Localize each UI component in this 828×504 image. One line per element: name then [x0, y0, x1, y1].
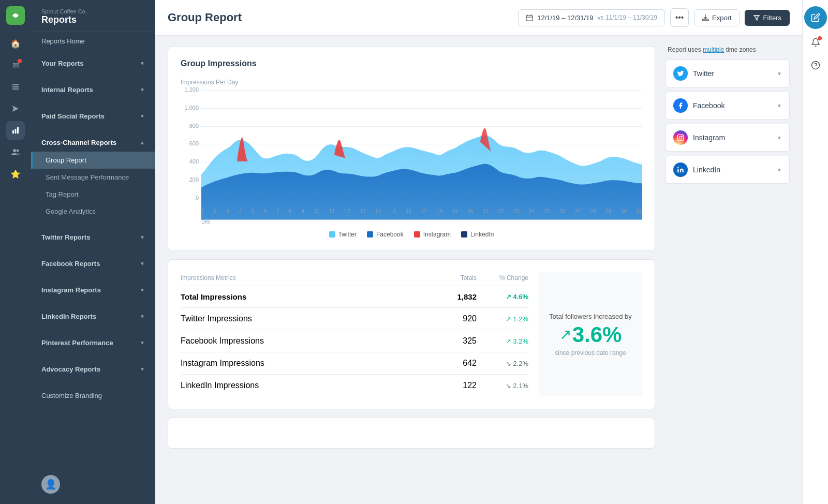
sidebar-section-header-advocacy[interactable]: Advocacy Reports ▼ — [31, 360, 155, 378]
legend-color-linkedin — [461, 231, 467, 238]
follower-since: since previous date range — [555, 349, 626, 357]
impressions-chart — [201, 90, 642, 220]
table-row-facebook: Facebook Impressions 325 ↗ 3.2% — [181, 330, 528, 352]
more-options-button[interactable]: ••• — [670, 8, 689, 27]
help-button[interactable] — [806, 56, 825, 75]
platform-item-instagram[interactable]: Instagram ▼ — [666, 124, 790, 152]
nav-icon-tasks[interactable] — [6, 78, 25, 96]
svg-point-15 — [682, 136, 683, 136]
edit-button[interactable] — [804, 6, 827, 29]
chevron-down-icon: ▼ — [140, 287, 145, 293]
chevron-up-icon: ▲ — [140, 140, 145, 145]
platform-name-twitter: Twitter — [693, 69, 714, 78]
sidebar: Sprout Coffee Co. Reports Reports Home Y… — [31, 0, 155, 504]
sidebar-section-header-facebook[interactable]: Facebook Reports ▼ — [31, 255, 155, 273]
nav-icon-star[interactable]: ⭐ — [6, 165, 25, 183]
svg-rect-5 — [17, 127, 19, 134]
nav-rail: 🏠 ✉ ⭐ — [0, 0, 31, 504]
export-button[interactable]: Export — [694, 9, 740, 26]
table-row-total: Total Impressions 1,832 ↗ 4.6% — [181, 286, 528, 307]
sidebar-item-tag-report[interactable]: Tag Report — [31, 186, 155, 203]
chart-legend: Twitter Facebook Instagram LinkedIn — [181, 231, 642, 238]
nav-icon-home[interactable]: 🏠 — [6, 34, 25, 53]
nav-icon-reports[interactable] — [6, 121, 25, 140]
date-range-button[interactable]: 12/1/19 – 12/31/19 vs 11/1/19 – 11/30/19 — [518, 9, 665, 26]
date-range-value: 12/1/19 – 12/31/19 — [537, 14, 593, 22]
follower-label: Total followers increased by — [549, 313, 632, 320]
platform-left-facebook: Facebook — [673, 98, 724, 113]
nav-icon-users[interactable] — [6, 143, 25, 161]
sidebar-section-header-twitter[interactable]: Twitter Reports ▼ — [31, 228, 155, 246]
nav-icon-send[interactable] — [6, 99, 25, 118]
avatar[interactable]: 👤 — [41, 475, 60, 494]
platform-item-twitter[interactable]: Twitter ▼ — [666, 60, 790, 87]
sidebar-section-linkedin: LinkedIn Reports ▼ — [31, 303, 155, 330]
chevron-down-icon: ▼ — [777, 135, 782, 141]
sidebar-section-header-instagram[interactable]: Instagram Reports ▼ — [31, 281, 155, 299]
sidebar-section-header-internal-reports[interactable]: Internal Reports ▼ — [31, 81, 155, 99]
platform-name-linkedin: LinkedIn — [693, 166, 720, 174]
filters-icon — [753, 14, 760, 21]
timezone-link[interactable]: multiple — [703, 46, 724, 53]
x-axis: 1 2 3 4 5 6 7 8 9 10 11 12 13 — [201, 209, 642, 214]
sidebar-item-group-report[interactable]: Group Report — [31, 152, 155, 169]
svg-point-7 — [17, 150, 19, 152]
platform-item-facebook[interactable]: Facebook ▼ — [666, 92, 790, 120]
sidebar-item-google-analytics[interactable]: Google Analytics — [31, 203, 155, 220]
svg-rect-0 — [12, 84, 19, 85]
follower-value-display: ↗ 3.6% — [559, 322, 622, 347]
content-area: Group Impressions Impressions Per Day 1,… — [155, 36, 802, 459]
platform-name-facebook: Facebook — [693, 101, 724, 110]
chevron-down-icon: ▼ — [140, 61, 145, 66]
sidebar-section-advocacy: Advocacy Reports ▼ — [31, 356, 155, 382]
filters-button[interactable]: Filters — [745, 10, 790, 26]
svg-rect-13 — [677, 135, 684, 141]
group-impressions-card: Group Impressions Impressions Per Day 1,… — [168, 46, 655, 251]
sidebar-section-header-your-reports[interactable]: Your Reports ▼ — [31, 54, 155, 72]
table-row-linkedin: LinkedIn Impressions 122 ↘ 2.1% — [181, 374, 528, 396]
right-panel: Report uses multiple time zones Twitter … — [666, 46, 790, 449]
legend-color-facebook — [367, 231, 373, 238]
sidebar-section-header-customize[interactable]: Customize Branding — [31, 387, 155, 405]
sidebar-section-header-paid-social[interactable]: Paid Social Reports ▼ — [31, 107, 155, 125]
sidebar-header: Sprout Coffee Co. Reports — [31, 0, 155, 32]
svg-point-14 — [679, 136, 682, 139]
chevron-down-icon: ▼ — [140, 261, 145, 266]
metrics-header: Impressions Metrics Totals % Change — [181, 272, 528, 286]
sidebar-title: Reports — [41, 14, 145, 25]
sidebar-section-header-cross-channel[interactable]: Cross-Channel Reports ▲ — [31, 134, 155, 152]
sidebar-section-pinterest: Pinterest Performance ▼ — [31, 330, 155, 356]
notification-badge — [18, 59, 22, 63]
sidebar-section-header-pinterest[interactable]: Pinterest Performance ▼ — [31, 334, 155, 352]
chevron-down-icon: ▼ — [140, 113, 145, 119]
export-icon — [702, 14, 709, 21]
metrics-card: Impressions Metrics Totals % Change Tota… — [168, 259, 655, 409]
svg-point-6 — [13, 149, 16, 152]
facebook-icon — [673, 98, 688, 113]
platform-item-linkedin[interactable]: LinkedIn ▼ — [666, 156, 790, 184]
metrics-table: Impressions Metrics Totals % Change Tota… — [181, 272, 528, 396]
sidebar-section-facebook: Facebook Reports ▼ — [31, 250, 155, 277]
svg-rect-12 — [702, 19, 708, 21]
chevron-down-icon: ▼ — [140, 340, 145, 346]
sidebar-section-internal-reports: Internal Reports ▼ — [31, 77, 155, 103]
table-row-twitter: Twitter Impressions 920 ↗ 1.2% — [181, 307, 528, 330]
platform-left-linkedin: LinkedIn — [673, 162, 720, 177]
sidebar-section-cross-channel: Cross-Channel Reports ▲ Group Report Sen… — [31, 129, 155, 224]
chevron-down-icon: ▼ — [140, 366, 145, 372]
top-right-panel — [802, 0, 828, 504]
notification-button[interactable] — [806, 33, 825, 52]
legend-item-instagram: Instagram — [414, 231, 451, 238]
svg-rect-1 — [12, 86, 19, 87]
sidebar-section-header-linkedin[interactable]: LinkedIn Reports ▼ — [31, 307, 155, 325]
sidebar-item-sent-message[interactable]: Sent Message Performance — [31, 169, 155, 186]
follower-big-value: 3.6% — [572, 322, 622, 347]
export-label: Export — [712, 14, 732, 22]
app-logo[interactable] — [6, 6, 25, 25]
nav-icon-compose[interactable]: ✉ — [6, 56, 25, 75]
chevron-down-icon: ▼ — [777, 167, 782, 173]
sidebar-item-reports-home[interactable]: Reports Home — [31, 32, 155, 50]
vs-range: vs 11/1/19 – 11/30/19 — [598, 14, 657, 21]
legend-item-facebook: Facebook — [367, 231, 404, 238]
timezone-note: Report uses multiple time zones — [666, 46, 790, 53]
